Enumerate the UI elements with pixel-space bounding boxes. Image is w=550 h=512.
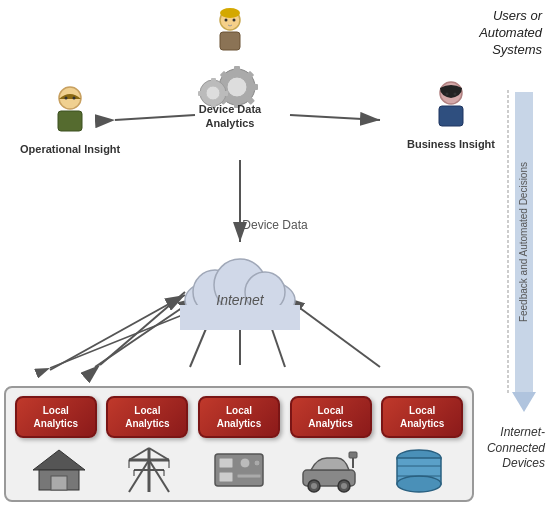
svg-rect-68 (219, 472, 233, 482)
svg-rect-71 (237, 474, 261, 478)
local-analytics-box-1: LocalAnalytics (15, 396, 97, 438)
local-analytics-box-4: LocalAnalytics (290, 396, 372, 438)
svg-point-33 (206, 86, 220, 100)
svg-rect-36 (223, 91, 228, 96)
feedback-label: Feedback and Automated Decisions (518, 162, 530, 322)
barrel-icon (389, 446, 449, 494)
power-tower-icon (119, 446, 179, 494)
bottom-section: LocalAnalytics LocalAnalytics LocalAnaly… (4, 386, 474, 502)
local-analytics-box-5: LocalAnalytics (381, 396, 463, 438)
svg-point-70 (254, 460, 260, 466)
svg-line-58 (129, 460, 149, 492)
svg-line-61 (149, 448, 169, 460)
svg-rect-78 (349, 452, 357, 458)
server-icon (209, 446, 269, 494)
svg-rect-45 (439, 106, 463, 126)
business-insight-label: Business Insight (407, 138, 495, 150)
device-icons-row (10, 446, 468, 494)
local-analytics-row: LocalAnalytics LocalAnalytics LocalAnaly… (10, 396, 468, 438)
svg-rect-54 (51, 476, 67, 490)
svg-point-76 (341, 483, 347, 489)
svg-line-59 (149, 460, 169, 492)
svg-point-81 (397, 476, 441, 492)
svg-point-39 (65, 97, 68, 100)
power-tower-device-icon (108, 446, 190, 494)
svg-point-44 (453, 93, 456, 96)
top-right-label: Users or Automated Systems (479, 8, 542, 59)
svg-rect-37 (198, 91, 203, 96)
feedback-area: Feedback and Automated Decisions (512, 95, 536, 390)
internet-cloud: Internet (165, 250, 315, 330)
svg-marker-4 (512, 392, 536, 412)
house-icon (29, 446, 89, 494)
operational-insight-label: Operational Insight (20, 143, 120, 155)
svg-marker-52 (33, 450, 85, 470)
server-device-icon (198, 446, 280, 494)
analytics-center: Device Data Analytics (170, 8, 290, 131)
svg-rect-41 (58, 111, 82, 131)
local-analytics-box-3: LocalAnalytics (198, 396, 280, 438)
svg-point-23 (227, 77, 247, 97)
diagram-container: Device Data Analytics Operational Insigh… (0, 0, 550, 512)
svg-text:Internet: Internet (216, 292, 265, 308)
person-right-icon (425, 80, 477, 136)
svg-point-69 (240, 458, 250, 468)
svg-rect-24 (234, 66, 240, 73)
svg-rect-26 (251, 84, 258, 90)
svg-rect-67 (219, 458, 233, 468)
svg-point-20 (233, 19, 236, 22)
svg-point-75 (311, 483, 317, 489)
svg-point-18 (220, 8, 240, 18)
cloud-icon: Internet (165, 250, 315, 330)
car-icon (299, 446, 359, 494)
internet-connected-label: Internet- Connected Devices (465, 425, 545, 472)
svg-line-8 (290, 115, 380, 120)
device-data-label: Device Data (242, 218, 307, 232)
analyst-icon (206, 8, 254, 60)
svg-point-19 (225, 19, 228, 22)
local-analytics-box-2: LocalAnalytics (106, 396, 188, 438)
svg-point-40 (73, 97, 76, 100)
barrel-device-icon (378, 446, 460, 494)
svg-point-43 (445, 93, 448, 96)
analytics-center-label: Device Data Analytics (199, 102, 261, 131)
house-device-icon (18, 446, 100, 494)
svg-rect-21 (220, 32, 240, 50)
svg-line-60 (129, 448, 149, 460)
svg-rect-34 (211, 78, 216, 83)
person-left-icon (44, 85, 96, 141)
person-right: Business Insight (407, 80, 495, 150)
car-device-icon (288, 446, 370, 494)
person-left: Operational Insight (20, 85, 120, 155)
svg-rect-50 (180, 305, 300, 330)
